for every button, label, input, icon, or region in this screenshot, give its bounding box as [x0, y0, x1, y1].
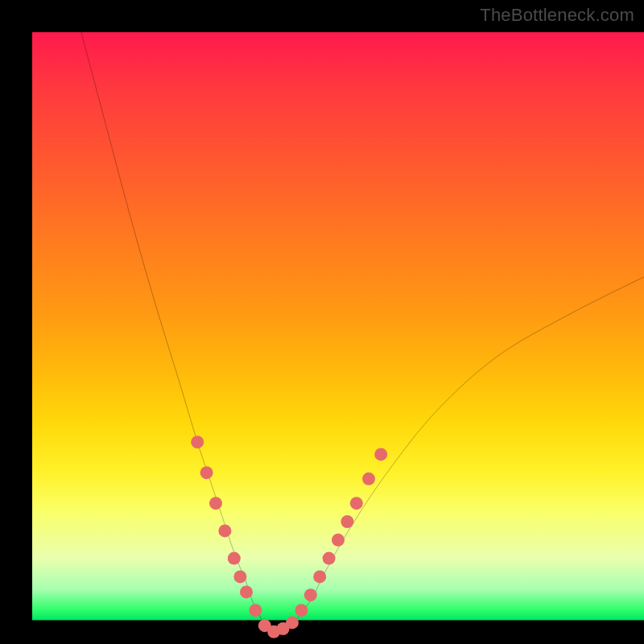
marker-point — [218, 524, 231, 537]
marker-point — [267, 625, 280, 638]
marker-point — [350, 497, 363, 510]
watermark-text: TheBottleneck.com — [480, 5, 634, 26]
marker-point — [209, 497, 222, 510]
marker-point — [233, 570, 246, 583]
marker-point — [240, 585, 253, 598]
marker-point — [191, 436, 204, 448]
marker-point — [258, 619, 271, 632]
highlight-markers-left — [191, 436, 280, 638]
highlight-markers-right — [277, 448, 388, 635]
marker-point — [304, 588, 317, 601]
marker-point — [362, 473, 375, 485]
marker-point — [332, 534, 345, 547]
marker-point — [286, 616, 299, 629]
marker-point — [323, 552, 336, 565]
marker-point — [341, 515, 353, 528]
bottleneck-curve-path — [81, 32, 644, 633]
marker-point — [277, 622, 290, 635]
marker-point — [249, 604, 262, 617]
curve-layer — [32, 32, 644, 644]
marker-point — [374, 448, 387, 460]
marker-point — [295, 604, 308, 617]
marker-point — [228, 552, 241, 565]
marker-point — [200, 466, 213, 479]
marker-point — [313, 570, 326, 583]
chart-frame: TheBottleneck.com — [0, 0, 644, 644]
plot-area — [32, 32, 644, 644]
